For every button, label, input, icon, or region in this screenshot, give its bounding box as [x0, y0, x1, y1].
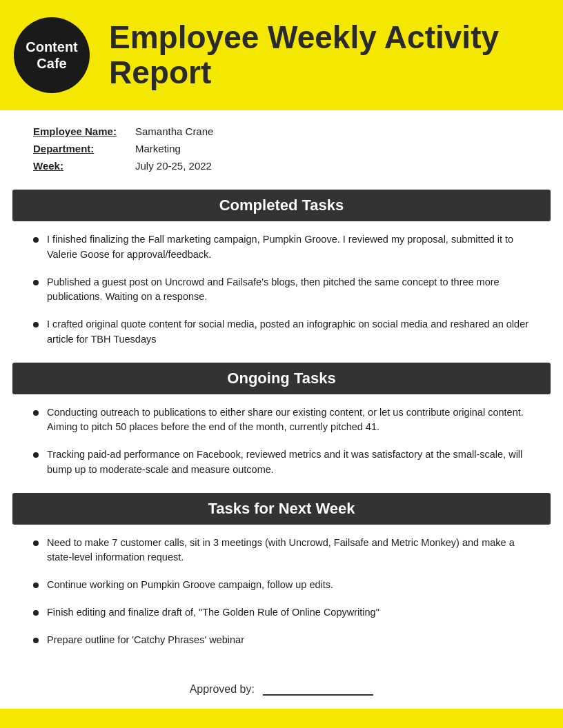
- list-item: Need to make 7 customer calls, sit in 3 …: [33, 536, 530, 566]
- list-item: Prepare outline for 'Catchy Phrases' web…: [33, 633, 530, 648]
- header: ContentCafe Employee Weekly Activity Rep…: [0, 0, 563, 110]
- bullet-icon: [33, 583, 39, 588]
- task-text: Continue working on Pumpkin Groove campa…: [47, 578, 333, 593]
- list-item: I crafted original quote content for soc…: [33, 317, 530, 347]
- week-label: Week:: [33, 160, 135, 172]
- bullet-icon: [33, 610, 39, 616]
- task-text: Finish editing and finalize draft of, "T…: [47, 605, 379, 620]
- task-text: Conducting outreach to publications to e…: [47, 405, 530, 436]
- department-value: Marketing: [135, 143, 181, 154]
- week-row: Week: July 20-25, 2022: [33, 160, 530, 172]
- footer-bar: [0, 709, 563, 728]
- bullet-icon: [33, 638, 39, 643]
- report-title: Employee Weekly Activity Report: [109, 20, 546, 90]
- approved-line: [263, 682, 373, 696]
- list-item: Continue working on Pumpkin Groove campa…: [33, 578, 530, 593]
- bullet-icon: [33, 410, 39, 416]
- task-text: Prepare outline for 'Catchy Phrases' web…: [47, 633, 244, 648]
- bullet-icon: [33, 237, 39, 243]
- task-text: I finished finalizing the Fall marketing…: [47, 232, 530, 263]
- approved-label: Approved by:: [190, 683, 255, 695]
- list-item: Published a guest post on Uncrowd and Fa…: [33, 275, 530, 305]
- bullet-icon: [33, 280, 39, 285]
- completed-tasks-list: I finished finalizing the Fall marketing…: [0, 221, 563, 363]
- department-row: Department: Marketing: [33, 143, 530, 154]
- employee-row: Employee Name: Samantha Crane: [33, 125, 530, 137]
- ongoing-tasks-list: Conducting outreach to publications to e…: [0, 394, 563, 493]
- bullet-icon: [33, 540, 39, 546]
- logo: ContentCafe: [14, 17, 90, 93]
- bullet-icon: [33, 322, 39, 327]
- info-section: Employee Name: Samantha Crane Department…: [0, 110, 563, 190]
- next-week-tasks-header: Tasks for Next Week: [12, 493, 551, 525]
- employee-value: Samantha Crane: [135, 125, 213, 137]
- list-item: Tracking paid-ad performance on Facebook…: [33, 447, 530, 478]
- task-text: Tracking paid-ad performance on Facebook…: [47, 447, 530, 478]
- week-value: July 20-25, 2022: [135, 160, 212, 172]
- ongoing-tasks-header: Ongoing Tasks: [12, 363, 551, 394]
- task-text: Published a guest post on Uncrowd and Fa…: [47, 275, 530, 305]
- department-label: Department:: [33, 143, 135, 154]
- task-text: Need to make 7 customer calls, sit in 3 …: [47, 536, 530, 566]
- bullet-icon: [33, 452, 39, 458]
- approved-section: Approved by:: [0, 663, 563, 709]
- logo-text: ContentCafe: [26, 39, 78, 72]
- list-item: I finished finalizing the Fall marketing…: [33, 232, 530, 263]
- page-wrapper: ContentCafe Employee Weekly Activity Rep…: [0, 0, 563, 728]
- task-text: I crafted original quote content for soc…: [47, 317, 530, 347]
- next-week-tasks-list: Need to make 7 customer calls, sit in 3 …: [0, 525, 563, 663]
- completed-tasks-header: Completed Tasks: [12, 190, 551, 221]
- list-item: Conducting outreach to publications to e…: [33, 405, 530, 436]
- list-item: Finish editing and finalize draft of, "T…: [33, 605, 530, 620]
- employee-label: Employee Name:: [33, 125, 135, 137]
